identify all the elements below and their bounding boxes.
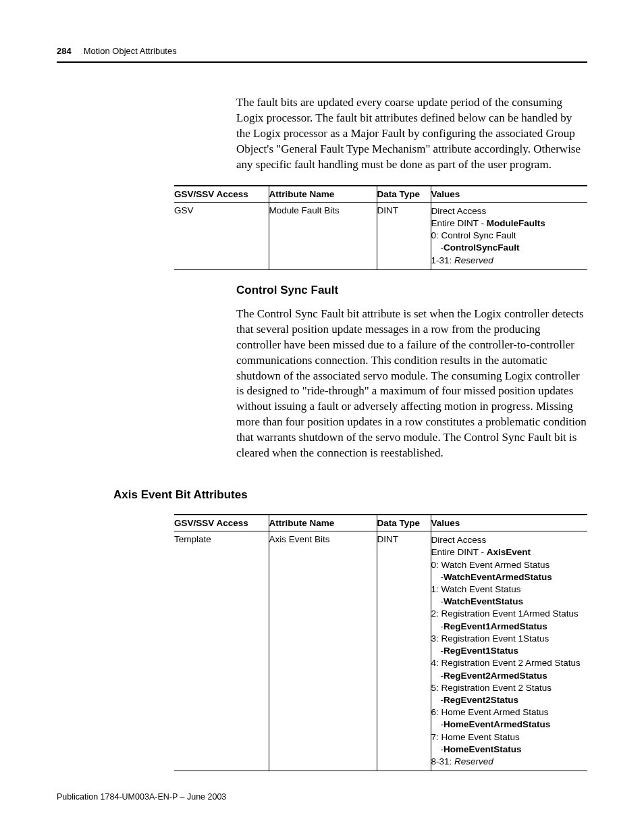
cell-access: GSV [174,202,269,269]
table-header-row: GSV/SSV Access Attribute Name Data Type … [174,186,587,203]
cell-type: DINT [377,531,431,771]
value-line: Entire DINT - ModuleFaults [431,217,583,230]
publication-footer: Publication 1784-UM003A-EN-P – June 2003 [57,792,226,802]
page-header: 284 Motion Object Attributes [57,46,587,56]
value-line: -ControlSyncFault [431,242,583,254]
value-line: 6: Home Event Armed Status [431,706,583,719]
value-line: Direct Access [431,534,583,546]
value-line: 4: Registration Event 2 Armed Status [431,657,583,669]
cell-values: Direct Access Entire DINT - ModuleFaults… [431,202,587,269]
value-line: 0: Control Sync Fault [431,230,583,242]
cell-name: Axis Event Bits [269,531,377,771]
value-line: 0: Watch Event Armed Status [431,559,583,571]
value-line: -WatchEventArmedStatus [431,571,583,583]
value-line: -RegEvent1Status [431,645,583,657]
value-line: -HomeEventStatus [431,744,583,756]
col-header-type: Data Type [377,515,431,531]
col-header-access: GSV/SSV Access [174,186,269,203]
value-line: 7: Home Event Status [431,731,583,744]
value-line: -RegEvent2Status [431,694,583,706]
control-sync-fault-heading: Control Sync Fault [236,284,587,297]
col-header-name: Attribute Name [269,186,377,203]
cell-access: Template [174,531,269,771]
value-line: -HomeEventArmedStatus [431,719,583,731]
value-line: 2: Registration Event 1Armed Status [431,608,583,620]
value-line: -WatchEventStatus [431,596,583,608]
control-sync-fault-paragraph: The Control Sync Fault bit attribute is … [236,307,587,461]
chapter-title: Motion Object Attributes [84,46,177,56]
value-line: 8-31: Reserved [431,756,583,768]
value-line: 1: Watch Event Status [431,583,583,596]
cell-type: DINT [377,202,431,269]
col-header-values: Values [431,515,587,531]
value-line: Entire DINT - AxisEvent [431,546,583,558]
cell-values: Direct Access Entire DINT - AxisEvent 0:… [431,531,587,771]
table-row: GSV Module Fault Bits DINT Direct Access… [174,202,587,269]
col-header-values: Values [431,186,587,203]
intro-paragraph: The fault bits are updated every coarse … [236,95,587,173]
col-header-type: Data Type [377,186,431,203]
cell-name: Module Fault Bits [269,202,377,269]
col-header-access: GSV/SSV Access [174,515,269,531]
value-line: 3: Registration Event 1Status [431,633,583,645]
value-line: -RegEvent1ArmedStatus [431,621,583,633]
value-line: 5: Registration Event 2 Status [431,682,583,694]
value-line: Direct Access [431,205,583,217]
axis-event-bits-table: GSV/SSV Access Attribute Name Data Type … [174,514,587,771]
module-fault-bits-table: GSV/SSV Access Attribute Name Data Type … [174,185,587,270]
col-header-name: Attribute Name [269,515,377,531]
page-number: 284 [57,46,72,56]
value-line: 1-31: Reserved [431,255,583,267]
table-row: Template Axis Event Bits DINT Direct Acc… [174,531,587,771]
header-rule [57,61,587,63]
value-line: -RegEvent2ArmedStatus [431,670,583,682]
table-header-row: GSV/SSV Access Attribute Name Data Type … [174,515,587,531]
axis-event-bit-attributes-heading: Axis Event Bit Attributes [113,488,587,502]
